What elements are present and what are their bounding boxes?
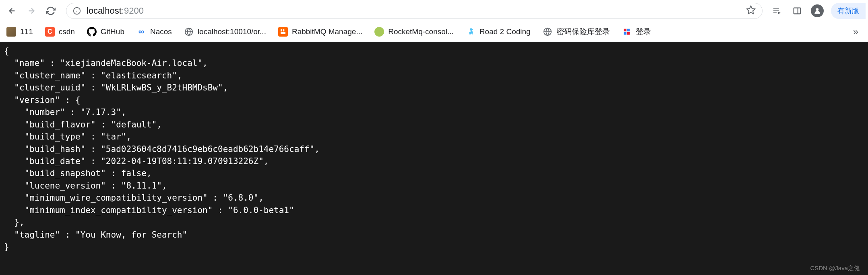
svg-rect-19 (627, 29, 630, 31)
rabbitmq-icon (278, 27, 288, 37)
globe-icon (184, 27, 194, 37)
road-icon (466, 27, 475, 37)
bookmark-star-icon[interactable] (746, 5, 756, 16)
bookmark-label: Road 2 Coding (479, 27, 531, 36)
media-control-icon[interactable] (771, 4, 783, 17)
watermark: CSDN @Java之健 (810, 264, 860, 273)
response-body: { "name" : "xiejiandeMacBook-Air.local",… (0, 42, 868, 275)
svg-rect-15 (281, 32, 285, 34)
svg-point-10 (816, 8, 819, 11)
site-info-icon[interactable] (73, 7, 81, 15)
svg-rect-6 (773, 12, 777, 13)
update-button[interactable]: 有新版 (831, 3, 866, 19)
address-bar[interactable]: localhost:9200 (66, 3, 763, 19)
bookmark-rabbitmq[interactable]: RabbitMQ Manage... (278, 27, 362, 37)
bookmarks-overflow-button[interactable]: » (850, 26, 862, 37)
bookmark-github[interactable]: GitHub (87, 27, 124, 37)
svg-marker-3 (747, 6, 755, 14)
side-panel-icon[interactable] (791, 4, 804, 17)
svg-rect-8 (794, 8, 801, 14)
svg-rect-4 (773, 8, 779, 9)
rocketmq-icon (374, 27, 384, 37)
svg-rect-13 (281, 29, 282, 31)
svg-rect-18 (624, 29, 626, 31)
svg-rect-20 (624, 32, 626, 34)
svg-rect-14 (283, 29, 284, 31)
bookmark-label: RocketMq-consol... (388, 27, 454, 36)
bookmark-csdn[interactable]: C csdn (45, 27, 75, 37)
bookmark-label: localhost:10010/or... (198, 27, 266, 36)
bookmark-password-vault[interactable]: 密码保险库登录 (543, 27, 610, 37)
toolbar-right: 有新版 (771, 3, 864, 19)
bookmark-icon (6, 27, 16, 37)
login-icon (622, 27, 632, 37)
bookmark-rocketmq[interactable]: RocketMq-consol... (374, 27, 454, 37)
browser-toolbar: localhost:9200 有新版 (0, 0, 868, 22)
bookmark-label: RabbitMQ Manage... (292, 27, 362, 36)
svg-rect-21 (627, 32, 630, 34)
svg-rect-5 (773, 10, 779, 11)
github-icon (87, 27, 97, 37)
account-icon[interactable] (811, 4, 824, 17)
nacos-icon: ∞ (136, 27, 146, 37)
forward-button[interactable] (23, 3, 39, 19)
bookmark-login[interactable]: 登录 (622, 27, 651, 37)
bookmark-label: Nacos (150, 27, 172, 36)
bookmark-label: 密码保险库登录 (556, 27, 610, 37)
back-button[interactable] (4, 3, 20, 19)
bookmark-label: 111 (20, 27, 33, 36)
bookmark-label: 登录 (636, 27, 651, 37)
bookmark-localhost[interactable]: localhost:10010/or... (184, 27, 266, 37)
bookmark-icon: C (45, 27, 55, 37)
bookmark-111[interactable]: 111 (6, 27, 33, 37)
svg-marker-7 (778, 12, 781, 14)
bookmark-road2coding[interactable]: Road 2 Coding (466, 27, 531, 37)
bookmark-label: GitHub (101, 27, 124, 36)
bookmark-nacos[interactable]: ∞ Nacos (136, 27, 172, 37)
url-text: localhost:9200 (87, 6, 740, 16)
bookmarks-bar: 111 C csdn GitHub ∞ Nacos localhost:1001… (0, 22, 868, 42)
globe-icon (543, 27, 552, 37)
bookmark-label: csdn (59, 27, 75, 36)
reload-button[interactable] (43, 3, 59, 19)
